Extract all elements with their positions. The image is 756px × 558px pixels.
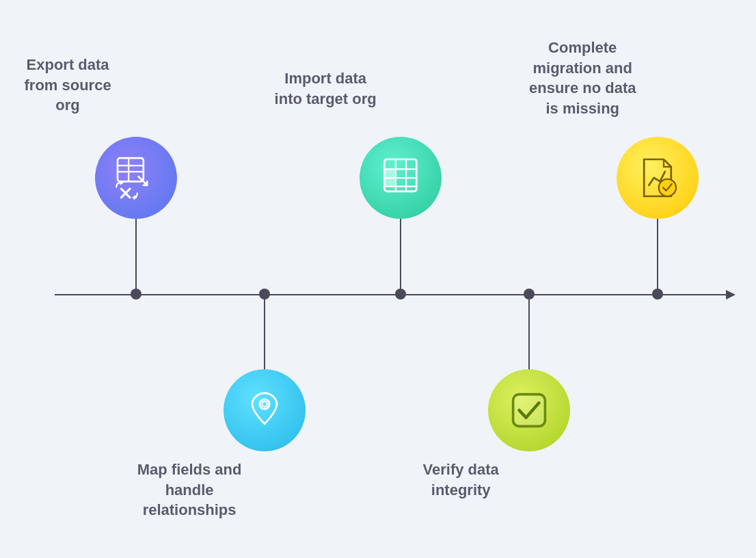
label-complete: Completemigration andensure no datais mi… <box>507 38 658 119</box>
dot-complete <box>652 289 663 300</box>
svg-rect-16 <box>386 170 395 177</box>
connector-export <box>135 219 137 294</box>
svg-point-19 <box>659 179 676 196</box>
dot-export <box>131 289 141 300</box>
label-verify: Verify dataintegrity <box>392 460 529 500</box>
circle-import <box>360 137 442 219</box>
timeline-line <box>55 294 729 295</box>
connector-complete <box>657 219 658 294</box>
circle-complete <box>617 137 699 219</box>
connector-verify <box>528 294 530 369</box>
complete-icon <box>633 153 682 202</box>
label-import: Import datainto target org <box>250 68 401 109</box>
circle-verify <box>488 369 570 451</box>
svg-point-9 <box>262 401 267 406</box>
svg-rect-17 <box>386 178 395 186</box>
dot-verify <box>524 289 535 300</box>
dot-import <box>395 289 406 300</box>
label-export: Export datafrom sourceorg <box>0 55 136 116</box>
export-icon <box>111 153 161 202</box>
import-icon <box>376 153 425 202</box>
label-map: Map fields andhandlerelationships <box>114 460 265 520</box>
dot-map <box>259 289 270 300</box>
connector-map <box>264 294 265 369</box>
connector-import <box>400 219 401 294</box>
circle-export <box>95 137 177 219</box>
diagram-container: Export datafrom sourceorg Map fields and… <box>0 0 756 558</box>
circle-map <box>224 369 306 451</box>
verify-icon <box>504 386 554 435</box>
map-icon <box>240 386 289 435</box>
